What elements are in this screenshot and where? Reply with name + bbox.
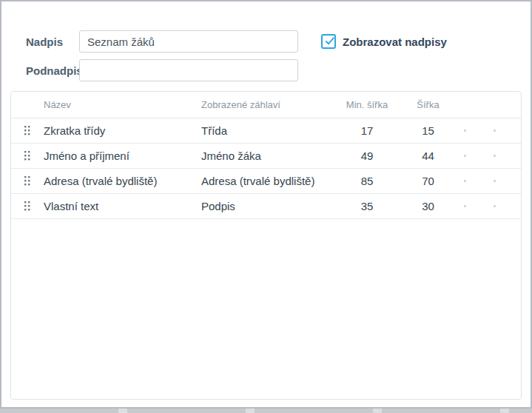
cell-min-width[interactable]: 17 [326, 124, 408, 137]
podnadpis-row: Podnadpis [26, 59, 531, 81]
row-action-dot [494, 130, 496, 132]
nadpis-row: Nadpis Zobrazovat nadpisy [26, 30, 531, 53]
checkmark-icon [324, 36, 335, 47]
show-headings-checkbox-group: Zobrazovat nadpisy [321, 34, 447, 49]
cell-displayed-header: Adresa (trvalé bydliště) [201, 175, 326, 187]
settings-panel: Nadpis Zobrazovat nadpisy Podnadpis Náze… [0, 0, 532, 409]
row-action-dot [464, 205, 466, 207]
row-action-dot [494, 155, 496, 157]
column-header-name: Název [44, 99, 201, 110]
row-action-1[interactable] [448, 155, 481, 157]
table-header-row: Název Zobrazené záhlaví Min. šířka Šířka [11, 92, 521, 118]
bottom-edge-strip [0, 409, 532, 413]
cell-width[interactable]: 30 [408, 200, 448, 212]
cell-width[interactable]: 70 [408, 175, 448, 187]
table-row[interactable]: Vlastní text Podpis 35 30 [11, 194, 521, 219]
row-action-2[interactable] [481, 180, 508, 182]
row-action-1[interactable] [448, 130, 481, 132]
row-action-2[interactable] [481, 155, 508, 157]
row-action-dot [464, 130, 466, 132]
show-headings-checkbox[interactable] [321, 34, 336, 49]
drag-handle-icon[interactable] [11, 176, 44, 186]
row-action-1[interactable] [448, 205, 481, 207]
drag-handle-icon[interactable] [11, 201, 44, 211]
cell-min-width[interactable]: 85 [326, 175, 408, 187]
cell-min-width[interactable]: 35 [326, 200, 408, 212]
podnadpis-label: Podnadpis [26, 64, 79, 77]
column-header-min-width: Min. šířka [326, 99, 408, 110]
row-action-dot [464, 180, 466, 182]
cell-name: Jméno a příjmení [44, 150, 201, 162]
cell-width[interactable]: 15 [408, 124, 448, 137]
cell-displayed-header: Podpis [201, 200, 326, 212]
cell-displayed-header: Třída [201, 124, 326, 137]
podnadpis-input[interactable] [79, 59, 298, 81]
cell-name: Adresa (trvalé bydliště) [44, 175, 201, 187]
row-action-dot [494, 180, 496, 182]
table-row[interactable]: Adresa (trvalé bydliště) Adresa (trvalé … [11, 169, 521, 194]
row-action-2[interactable] [481, 205, 508, 207]
cell-displayed-header: Jméno žáka [201, 150, 326, 162]
nadpis-label: Nadpis [26, 36, 79, 48]
row-action-1[interactable] [448, 180, 481, 182]
row-action-dot [464, 155, 466, 157]
row-action-dot [494, 205, 496, 207]
cell-min-width[interactable]: 49 [326, 150, 408, 162]
column-header-displayed: Zobrazené záhlaví [201, 99, 326, 110]
nadpis-input[interactable] [79, 30, 298, 53]
drag-handle-icon[interactable] [11, 126, 44, 135]
cell-name: Vlastní text [44, 200, 201, 212]
table-row[interactable]: Zkratka třídy Třída 17 15 [11, 118, 521, 144]
table-row[interactable]: Jméno a příjmení Jméno žáka 49 44 [11, 144, 521, 169]
show-headings-label: Zobrazovat nadpisy [343, 36, 447, 48]
drag-handle-icon[interactable] [11, 151, 44, 161]
column-header-width: Šířka [408, 99, 448, 110]
cell-width[interactable]: 44 [408, 150, 448, 162]
table-body: Zkratka třídy Třída 17 15 Jmén [11, 118, 521, 219]
form-area: Nadpis Zobrazovat nadpisy Podnadpis [1, 1, 531, 81]
row-action-2[interactable] [481, 130, 508, 132]
cell-name: Zkratka třídy [44, 124, 201, 137]
columns-table: Název Zobrazené záhlaví Min. šířka Šířka [10, 91, 522, 400]
